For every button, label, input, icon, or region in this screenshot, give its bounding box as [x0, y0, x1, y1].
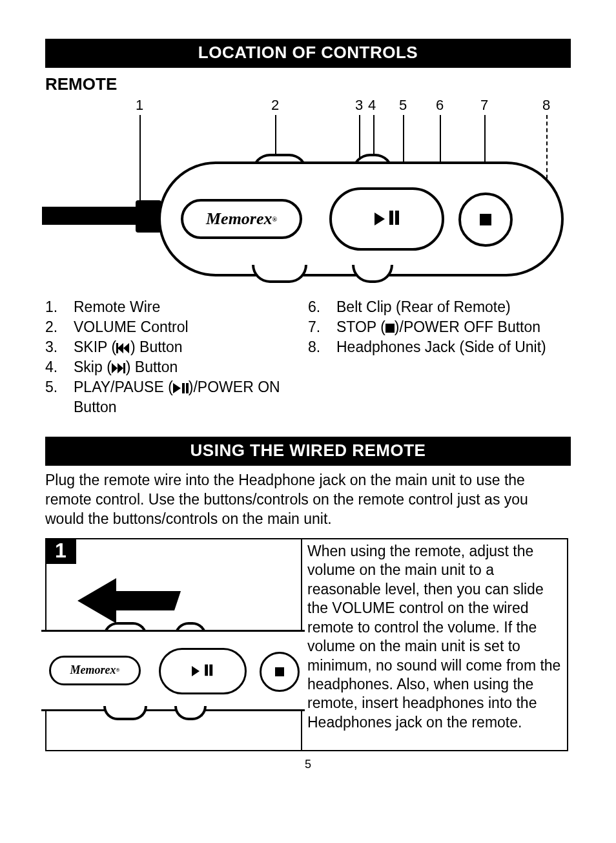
callout-4: 4: [368, 97, 376, 114]
leader-1: [139, 115, 141, 212]
skip-fwd-icon: [112, 363, 126, 373]
stop-icon: [385, 324, 395, 333]
legend-text: PLAY/PAUSE ()/POWER ON Button: [74, 377, 308, 417]
remote-wire: [42, 207, 139, 225]
section-header-wired: USING THE WIRED REMOTE: [45, 437, 571, 466]
legend-text: Headphones Jack (Side of Unit): [336, 337, 571, 357]
legend-num: 8.: [308, 337, 336, 357]
legend-text: Belt Clip (Rear of Remote): [336, 297, 571, 317]
legend-num: 7.: [308, 317, 336, 337]
legend-text: Skip () Button: [74, 357, 308, 377]
callout-2: 2: [271, 97, 279, 114]
legend-num: 1.: [45, 297, 74, 317]
controls-legend: 1.Remote Wire 2.VOLUME Control 3.SKIP ()…: [45, 297, 571, 417]
skip-back-icon: [116, 343, 130, 353]
legend-num: 6.: [308, 297, 336, 317]
step-row: 1 Memorex®: [45, 538, 571, 751]
legend-text: STOP ()/POWER OFF Button: [336, 317, 571, 337]
skip-bump-bottom: [352, 265, 393, 283]
remote-wire-plug: [136, 200, 161, 233]
play-icon: [375, 213, 385, 225]
callout-5: 5: [399, 97, 407, 114]
legend-right: 6.Belt Clip (Rear of Remote) 7.STOP ()/P…: [308, 297, 571, 417]
play-pause-button: [329, 187, 444, 251]
step-description: When using the remote, adjust the volume…: [302, 538, 568, 751]
legend-text: SKIP () Button: [74, 337, 308, 357]
legend-left: 1.Remote Wire 2.VOLUME Control 3.SKIP ()…: [45, 297, 308, 417]
play-icon: [173, 383, 181, 393]
legend-text: Remote Wire: [74, 297, 308, 317]
stop-button: [458, 193, 513, 247]
svg-marker-0: [77, 578, 181, 623]
brand-logo: Memorex®: [181, 199, 302, 239]
brand-text: Memorex: [206, 209, 272, 229]
callout-3: 3: [355, 97, 363, 114]
stop-icon: [480, 214, 491, 225]
callout-8: 8: [542, 97, 550, 114]
remote-diagram: 1 2 3 4 5 6 7 8 Memorex®: [45, 97, 571, 278]
legend-text: VOLUME Control: [74, 317, 308, 337]
remote-small-diagram: Memorex®: [45, 598, 302, 731]
legend-num: 3.: [45, 337, 74, 357]
wired-intro-text: Plug the remote wire into the Headphone …: [45, 471, 571, 529]
pause-icon: [387, 211, 399, 227]
section-header-location: LOCATION OF CONTROLS: [45, 39, 571, 68]
page-number: 5: [45, 758, 571, 771]
step-illustration-box: 1 Memorex®: [45, 538, 302, 751]
legend-num: 4.: [45, 357, 74, 377]
legend-num: 2.: [45, 317, 74, 337]
callout-7: 7: [480, 97, 488, 114]
callout-6: 6: [436, 97, 444, 114]
volume-bump-bottom: [252, 265, 307, 283]
callout-1: 1: [136, 97, 143, 114]
leader-6: [440, 115, 441, 162]
subheading-remote: REMOTE: [45, 74, 571, 94]
pause-icon: [181, 379, 189, 395]
legend-num: 5.: [45, 377, 74, 417]
